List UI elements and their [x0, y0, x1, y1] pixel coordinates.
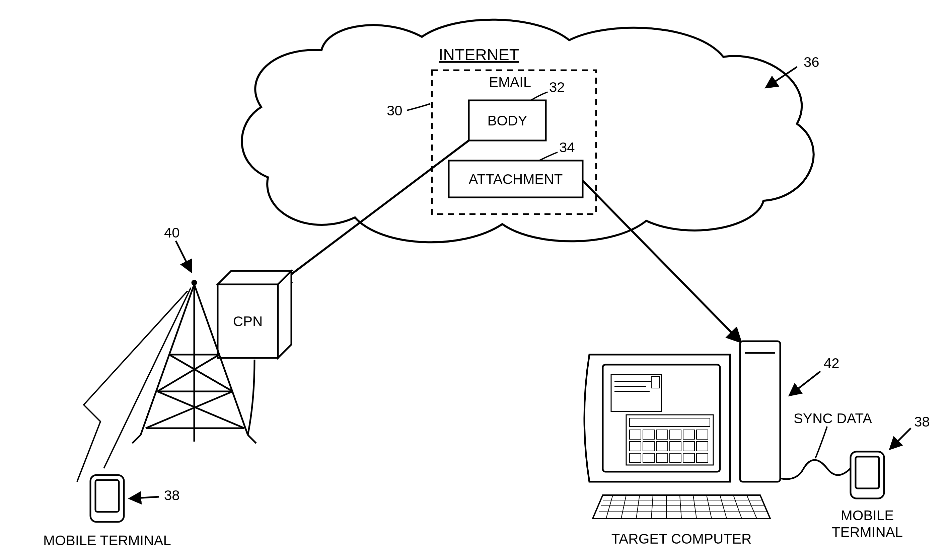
svg-line-12 [248, 435, 256, 443]
ref-leader-32 [531, 92, 548, 100]
svg-rect-35 [696, 442, 708, 451]
svg-line-9 [157, 391, 244, 428]
sync-leader [815, 426, 827, 458]
email-title: EMAIL [489, 74, 531, 90]
mobile-terminal-left-label: MOBILE TERMINAL [43, 532, 171, 548]
svg-line-11 [132, 435, 140, 443]
ref-38-right: 38 [914, 414, 930, 429]
svg-rect-40 [683, 453, 695, 463]
svg-rect-15 [96, 480, 119, 512]
cable-tower-cpn [248, 360, 255, 435]
radio-line-1 [104, 288, 191, 468]
ref-42: 42 [824, 355, 840, 371]
svg-rect-42 [740, 341, 780, 482]
ref-32: 32 [549, 79, 565, 95]
ref-38-left: 38 [164, 488, 180, 503]
svg-rect-30 [630, 442, 641, 451]
mobile-terminal-right-label-1: MOBILE [841, 508, 894, 523]
radio-line-2 [77, 291, 188, 482]
svg-rect-34 [683, 442, 695, 451]
svg-rect-21 [651, 376, 660, 388]
svg-line-7 [169, 355, 233, 391]
svg-rect-32 [656, 442, 668, 451]
ref-leader-30 [407, 104, 430, 111]
svg-rect-28 [683, 430, 695, 439]
svg-rect-37 [643, 453, 654, 463]
svg-rect-31 [643, 442, 654, 451]
ref-arrow-40 [176, 241, 191, 271]
mobile-terminal-left [90, 475, 124, 522]
svg-rect-23 [630, 418, 710, 426]
svg-rect-39 [670, 453, 681, 463]
svg-rect-41 [696, 453, 708, 463]
arrow-body-to-cpn [278, 140, 469, 285]
svg-rect-25 [643, 430, 654, 439]
svg-rect-33 [670, 442, 681, 451]
svg-rect-24 [630, 430, 641, 439]
ref-34: 34 [559, 140, 575, 155]
svg-line-10 [146, 391, 233, 428]
svg-rect-36 [630, 453, 641, 463]
svg-rect-27 [670, 430, 681, 439]
target-computer-label: TARGET COMPUTER [611, 531, 752, 547]
sync-label: SYNC DATA [794, 411, 872, 426]
ref-40: 40 [164, 225, 180, 240]
svg-rect-29 [696, 430, 708, 439]
svg-rect-38 [656, 453, 668, 463]
ref-arrow-38-left [131, 497, 159, 498]
ref-arrow-36 [767, 67, 797, 87]
target-computer [584, 341, 780, 482]
internet-title: INTERNET [438, 46, 519, 63]
email-attachment-label: ATTACHMENT [469, 171, 563, 187]
cpn-label: CPN [233, 314, 263, 329]
ref-36: 36 [804, 54, 820, 70]
svg-rect-26 [656, 430, 668, 439]
ref-30: 30 [387, 103, 403, 118]
ref-leader-34 [539, 152, 557, 161]
svg-line-1 [140, 285, 194, 435]
ref-arrow-38-right [891, 428, 911, 448]
svg-point-0 [192, 281, 196, 285]
ref-arrow-42 [790, 371, 820, 395]
sync-cable [780, 460, 851, 479]
keyboard [593, 495, 770, 518]
email-body-label: BODY [487, 113, 527, 128]
svg-rect-59 [855, 457, 879, 488]
mobile-terminal-right [851, 452, 884, 498]
arrow-attachment-to-computer [583, 181, 740, 341]
mobile-terminal-right-label-2: TERMINAL [832, 524, 903, 540]
internet-cloud [242, 20, 814, 243]
